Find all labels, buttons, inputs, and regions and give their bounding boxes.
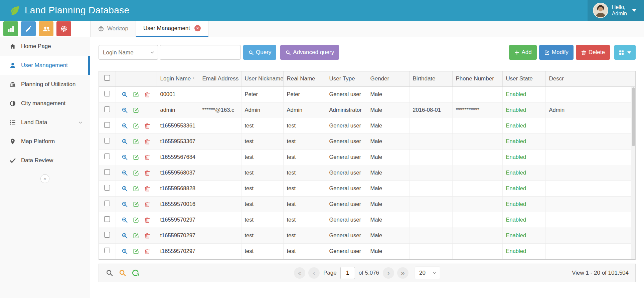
delete-button[interactable]: Delete (576, 45, 610, 60)
sidebar-item-land-data[interactable]: Land Data (0, 113, 90, 132)
column-header-login-name[interactable]: Login Name (157, 71, 199, 86)
table-row[interactable]: t16559570297 test test General user Male… (99, 228, 631, 243)
select-all-checkbox[interactable] (104, 75, 110, 81)
row-checkbox[interactable] (104, 122, 110, 128)
row-checkbox[interactable] (104, 106, 110, 112)
edit-row-icon[interactable] (133, 248, 139, 255)
bar-chart-button[interactable] (3, 21, 18, 36)
zoom-icon[interactable] (106, 269, 113, 277)
next-page-button[interactable]: › (383, 267, 394, 279)
edit-row-icon[interactable] (133, 170, 139, 176)
edit-row-icon[interactable] (133, 201, 139, 208)
last-page-button[interactable]: » (397, 267, 409, 279)
view-row-icon[interactable] (121, 248, 128, 255)
view-row-icon[interactable] (121, 138, 128, 145)
column-header-phone[interactable]: Phone Number (452, 71, 502, 86)
query-button[interactable]: Query (243, 45, 276, 60)
sidebar-item-map-platform[interactable]: Map Platform (0, 132, 90, 151)
search-input[interactable] (160, 45, 241, 60)
view-row-icon[interactable] (121, 154, 128, 161)
edit-row-icon[interactable] (133, 91, 139, 98)
view-row-icon[interactable] (121, 185, 128, 192)
column-header-gender[interactable]: Gender (367, 71, 409, 86)
table-row[interactable]: admin ******@163.c Admin Admin Administr… (99, 102, 631, 118)
view-row-icon[interactable] (121, 170, 128, 176)
view-row-icon[interactable] (121, 91, 128, 98)
sidebar-item-user-management[interactable]: User Management (0, 56, 90, 75)
row-checkbox[interactable] (104, 201, 110, 206)
first-page-button[interactable]: « (294, 267, 305, 279)
delete-row-icon[interactable] (144, 138, 151, 145)
add-button[interactable]: Add (509, 45, 537, 60)
gears-button[interactable] (56, 21, 71, 36)
table-row[interactable]: t16559553361 test test General user Male… (99, 118, 631, 133)
row-checkbox[interactable] (104, 154, 110, 159)
edit-row-icon[interactable] (133, 138, 139, 145)
delete-row-icon[interactable] (144, 91, 151, 98)
view-row-icon[interactable] (121, 217, 128, 223)
delete-row-icon[interactable] (144, 232, 151, 239)
sidebar-item-planning-of-utilization[interactable]: Planning of Utilization (0, 75, 90, 94)
row-checkbox[interactable] (104, 169, 110, 175)
delete-row-icon[interactable] (144, 122, 151, 129)
sidebar-item-city-management[interactable]: City management (0, 94, 90, 113)
column-header-nickname[interactable]: User Nickname (241, 71, 283, 86)
tab-user-management[interactable]: User Management ✕ (136, 21, 208, 37)
row-checkbox[interactable] (104, 185, 110, 191)
tab-worktop[interactable]: Worktop (91, 21, 136, 37)
sidebar-item-home-page[interactable]: Home Page (0, 37, 90, 56)
edit-row-icon[interactable] (133, 185, 139, 192)
view-row-icon[interactable] (121, 107, 128, 113)
prev-page-button[interactable]: ‹ (308, 267, 320, 279)
collapse-sidebar-button[interactable]: « (40, 174, 49, 183)
delete-row-icon[interactable] (144, 154, 151, 161)
row-checkbox[interactable] (104, 216, 110, 222)
row-checkbox[interactable] (104, 248, 110, 253)
delete-row-icon[interactable] (144, 185, 151, 192)
column-header-user-state[interactable]: User State (502, 71, 545, 86)
table-row[interactable]: t16559567684 test test General user Male… (99, 149, 631, 165)
user-menu[interactable]: Hello, Admin (588, 0, 644, 21)
close-tab-icon[interactable]: ✕ (194, 25, 201, 31)
row-checkbox[interactable] (104, 91, 110, 96)
column-header-birthdate[interactable]: Birthdate (409, 71, 452, 86)
pencil-button[interactable] (21, 21, 36, 36)
table-row[interactable]: t16559570016 test test General user Male… (99, 196, 631, 212)
column-header-real-name[interactable]: Real Name (283, 71, 326, 86)
sidebar-item-data-review[interactable]: Data Review (0, 151, 90, 170)
modify-button[interactable]: Modify (539, 45, 574, 60)
edit-row-icon[interactable] (133, 107, 139, 113)
edit-row-icon[interactable] (133, 154, 139, 161)
table-row[interactable]: 00001 Peter Peter General user Male Enab… (99, 86, 631, 102)
column-header-email[interactable]: Email Address (199, 71, 241, 86)
page-number-input[interactable] (340, 267, 355, 279)
table-row[interactable]: t16559570297 test test General user Male… (99, 243, 631, 259)
view-row-icon[interactable] (121, 232, 128, 239)
edit-row-icon[interactable] (133, 217, 139, 223)
edit-row-icon[interactable] (133, 232, 139, 239)
delete-row-icon[interactable] (144, 201, 151, 208)
scrollbar-thumb[interactable] (632, 87, 635, 146)
columns-menu-button[interactable] (614, 45, 636, 60)
table-row[interactable]: t16559568828 test test General user Male… (99, 181, 631, 196)
table-row[interactable]: t16559570297 test test General user Male… (99, 212, 631, 228)
column-header-descr[interactable]: Descr (545, 71, 631, 86)
table-row[interactable]: t16559568037 test test General user Male… (99, 165, 631, 181)
delete-row-icon[interactable] (144, 170, 151, 176)
row-checkbox[interactable] (104, 232, 110, 238)
view-row-icon[interactable] (121, 201, 128, 208)
edit-row-icon[interactable] (133, 122, 139, 129)
delete-row-icon[interactable] (144, 217, 151, 223)
refresh-icon[interactable] (132, 269, 139, 277)
advanced-query-button[interactable]: Advanced query (280, 45, 339, 60)
column-header-user-type[interactable]: User Type (326, 71, 367, 86)
page-size-select[interactable]: 20 (415, 267, 440, 279)
vertical-scrollbar[interactable] (631, 87, 635, 259)
view-row-icon[interactable] (121, 122, 128, 129)
table-row[interactable]: t16559553367 test test General user Male… (99, 133, 631, 149)
users-button[interactable] (39, 21, 53, 36)
delete-row-icon[interactable] (144, 248, 151, 255)
row-checkbox[interactable] (104, 138, 110, 143)
search-icon[interactable] (119, 269, 126, 277)
search-field-select[interactable]: Login Name (99, 45, 158, 60)
